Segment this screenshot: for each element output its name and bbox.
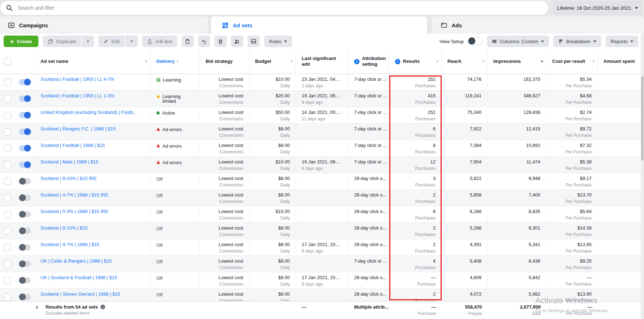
ab-test-button[interactable]: A/B test — [142, 36, 177, 47]
duplicate-button[interactable]: Duplicate — [43, 36, 81, 47]
row-checkbox[interactable] — [4, 128, 11, 135]
toggle-knob — [19, 194, 26, 201]
col-header-adset-name[interactable]: Ad set name — [35, 49, 151, 74]
col-header-impressions[interactable]: Impressions — [488, 49, 546, 74]
ads-icon — [441, 22, 447, 29]
row-checkbox[interactable] — [4, 161, 11, 168]
adset-toggle[interactable] — [19, 211, 31, 217]
row-checkbox[interactable] — [4, 260, 11, 268]
col-header-budget[interactable]: Budget — [249, 49, 296, 74]
row-checkbox-cell — [0, 91, 15, 107]
adset-name-link[interactable]: Scotland | Steven Gerrard | 1988 | $15 — [41, 291, 120, 297]
col-header-bid-strategy[interactable]: Bid strategy — [200, 49, 249, 74]
duplicate-dropdown-button[interactable] — [82, 36, 94, 47]
row-checkbox[interactable] — [4, 194, 11, 202]
col-header-results[interactable]: iResults — [389, 49, 442, 74]
create-button[interactable]: + Create — [4, 36, 38, 47]
adset-name-link[interactable]: Scotland | Football | 1988 | $15 — [41, 143, 105, 148]
toggle-knob — [19, 227, 26, 234]
row-checkbox[interactable] — [4, 227, 11, 235]
footer-attribution: Multiple attrib... — [348, 301, 389, 319]
adset-toggle[interactable] — [19, 277, 31, 283]
view-setup-toggle[interactable] — [468, 37, 483, 45]
rules-button[interactable]: Rules — [264, 36, 292, 47]
adset-toggle[interactable] — [19, 178, 31, 184]
row-checkbox[interactable] — [4, 145, 11, 152]
col-header-cost-per-result[interactable]: Cost per result — [546, 49, 598, 74]
vertical-scrollbar-thumb[interactable] — [641, 76, 644, 161]
export-button[interactable] — [248, 36, 260, 47]
adset-toggle[interactable] — [19, 96, 31, 102]
date-range-selector[interactable]: Lifetime: 16 Oct 2020-25 Jan 2021 — [553, 1, 642, 15]
audience-button[interactable] — [231, 36, 243, 47]
col-header-last-edit[interactable]: Last significant edit — [296, 49, 348, 74]
adset-toggle[interactable] — [19, 195, 31, 201]
cell-value: 23 Jan 2021, 04:... — [302, 77, 342, 82]
tab-ad-sets[interactable]: Ad sets — [211, 17, 427, 34]
adset-toggle[interactable] — [19, 79, 31, 85]
edit-button[interactable]: Edit — [98, 36, 124, 47]
adset-name-link[interactable]: Scotland | Rangers F.C. | 1988 | $15 — [41, 126, 116, 131]
tab-ads[interactable]: Ads — [432, 17, 644, 34]
col-header-reach[interactable]: Reach — [442, 49, 488, 74]
search-bar[interactable] — [1, 1, 548, 15]
adset-name-link[interactable]: Scotland | 8-10% | $15 IRE — [41, 176, 97, 181]
reports-button[interactable]: Reports — [606, 36, 638, 47]
expand-chevron-icon[interactable] — [34, 305, 39, 310]
col-header-amount-spent[interactable]: Amount spent — [598, 49, 644, 74]
delivery-cell: Off — [151, 256, 200, 272]
tab-campaigns[interactable]: Campaigns — [0, 17, 208, 34]
adset-toggle[interactable] — [19, 162, 31, 168]
adset-toggle[interactable] — [19, 244, 31, 250]
adset-name-link[interactable]: Scotland | 4-7% | 1988 | $15 IRE — [41, 192, 108, 198]
row-checkbox[interactable] — [4, 79, 11, 86]
row-checkbox[interactable] — [4, 293, 11, 301]
row-checkbox[interactable] — [4, 211, 11, 218]
footer-reach: 558,470People — [442, 301, 488, 319]
row-checkbox[interactable] — [4, 112, 11, 119]
undo-button[interactable] — [198, 36, 210, 47]
adset-toggle[interactable] — [19, 294, 31, 300]
breakdown-button[interactable]: Breakdown — [553, 36, 601, 47]
cell-sublabel: Conversions — [206, 100, 243, 105]
adset-name-link[interactable]: Scotland | Football | 1993 | LL 4-7% — [41, 77, 114, 82]
adset-name-link[interactable]: United Kingdom (excluding Scotland) | Fo… — [41, 110, 137, 115]
columns-button[interactable]: Columns: Custom — [487, 36, 549, 47]
amount-spent-cell — [598, 124, 644, 140]
col-header-attribution[interactable]: iAttribution setting — [348, 49, 389, 74]
adset-name-link[interactable]: UK | Scotland & Football | 1988 | $15 — [41, 275, 117, 280]
cell-sublabel: Purchases — [395, 83, 436, 88]
cell-value: 7,384 — [447, 143, 481, 148]
adset-name-link[interactable]: Scotland | 8-10% | $15 — [41, 225, 88, 231]
edit-dropdown-button[interactable] — [126, 36, 138, 47]
attribution-cell: 28-day click o... — [348, 206, 389, 222]
adset-name-link[interactable]: Scotland | Male | 1988 | $15 — [41, 159, 98, 165]
amount-spent-cell — [598, 289, 644, 301]
attribution-cell: 28-day click o... — [348, 289, 389, 301]
select-all-checkbox[interactable] — [4, 58, 11, 65]
row-checkbox[interactable] — [4, 178, 11, 185]
adset-toggle[interactable] — [19, 261, 31, 267]
adset-toggle[interactable] — [19, 145, 31, 151]
adset-toggle[interactable] — [19, 112, 31, 118]
adset-name-link[interactable]: Scotland | 0-3% | 1988 | $15 IRE — [41, 209, 108, 214]
cell-value: 2 — [395, 225, 436, 231]
adset-name-link[interactable]: Scotland | 4-7% | 1988 | $15 — [41, 242, 99, 247]
budget-cell: $8.00Daily — [249, 140, 296, 156]
col-header-delivery[interactable]: Delivery↑ — [151, 49, 200, 74]
adset-toggle[interactable] — [19, 228, 31, 234]
cell-value: 11,474 — [493, 159, 540, 165]
row-checkbox[interactable] — [4, 95, 11, 102]
row-checkbox[interactable] — [4, 244, 11, 251]
search-input[interactable] — [17, 5, 543, 11]
reports-label: Reports — [611, 39, 627, 44]
status-limited-icon — [156, 94, 160, 98]
adset-name-link[interactable]: Scotland | Football | 1993 | LL 1-3% — [41, 93, 114, 98]
row-checkbox-cell — [0, 289, 15, 301]
campaigns-icon — [8, 22, 15, 29]
clipboard-button[interactable] — [182, 36, 194, 47]
adset-name-link[interactable]: UK | Celtic & Rangers | 1988 | $15 — [41, 258, 112, 264]
adset-toggle[interactable] — [19, 129, 31, 135]
row-checkbox[interactable] — [4, 277, 11, 284]
delete-button[interactable] — [215, 36, 227, 47]
